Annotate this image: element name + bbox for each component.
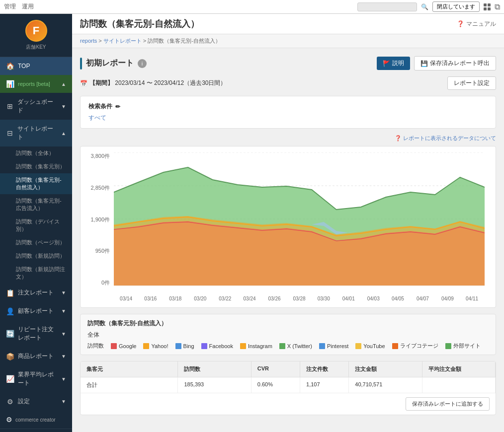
breadcrumb-sep2: > [143,38,148,44]
legend-color-instagram [240,343,246,349]
report-title-row: 初期レポート i [80,58,147,70]
sidebar-sub-visits-new[interactable]: 訪問数（新規訪問） [0,249,72,263]
x-label-0401: 04/01 [342,296,355,301]
sidebar-sub-visits-page[interactable]: 訪問数（ページ別） [0,236,72,249]
chart-container: 3,800件 2,850件 1,900件 950件 0件 [80,146,496,308]
sidebar-item-order-report[interactable]: 📋 注文レポート ▼ [0,284,72,302]
x-label-0320: 03/20 [194,296,206,301]
sidebar-customer-report-label: 顧客レポート [18,307,54,315]
sidebar-sub-visits-source[interactable]: 訪問数（集客元別） [0,160,72,173]
chevron-down-icon-customer: ▼ [61,308,66,314]
edit-icon[interactable]: ✏ [115,103,120,110]
explain-button[interactable]: 🚩 説明 [377,57,410,70]
sidebar-order-report-label: 注文レポート [18,288,54,297]
table-cell-source: 合計 [81,377,178,393]
legend-color-bing [175,343,181,349]
sidebar-sub-visits-device[interactable]: 訪問数（デバイス別） [0,215,72,236]
sidebar-logo-circle: F [25,20,47,42]
report-info-icon[interactable]: i [138,59,147,68]
chevron-down-icon-settings: ▼ [61,399,66,404]
data-note[interactable]: ❓ レポートに表示されるデータについて [80,135,496,142]
table-header-avg: 平均注文金額 [422,361,496,377]
chart-area [114,152,485,287]
legend-section-title: 訪問数（集客元別-自然流入） [87,319,489,328]
topbar-menu-manage[interactable]: 管理 [4,2,16,11]
chevron-down-icon-product: ▼ [61,354,66,359]
table-header-visits: 訪問数 [178,361,251,377]
sidebar-item-dashboard[interactable]: ⊞ ダッシュボード ▼ [0,93,72,120]
add-report-button[interactable]: 保存済みレポートに追加する [406,397,490,411]
sidebar-item-customer-report[interactable]: 👤 顧客レポート ▼ [0,302,72,320]
sidebar-sub-visits-organic[interactable]: 訪問数（集客元別-自然流入） [0,173,72,194]
legend-item-youtube: YouTube [355,343,385,349]
report-settings-button[interactable]: レポート設定 [447,76,496,90]
legend-item-livecotage: ライブコテージ [392,342,438,350]
breadcrumb-site-report[interactable]: サイトレポート [103,38,142,44]
x-label-0405: 04/05 [392,296,404,301]
legend-item-facebook: Facebook [201,343,233,349]
sidebar-item-repeat-report[interactable]: 🔄 リピート注文レポート ▼ [0,320,72,347]
report-title-bar [80,58,82,70]
save-report-button[interactable]: 💾 保存済みレポート呼出 [414,56,496,71]
legend-youtube-label: YouTube [363,343,385,349]
legend-color-facebook [201,343,207,349]
table-row: 合計 185,393 0.60% 1,107 40,710,571 [81,377,496,393]
sidebar-site-report-label: サイトレポート [17,125,57,142]
search-condition-value[interactable]: すべて [88,114,488,122]
chevron-down-icon-industry: ▼ [61,376,66,382]
sidebar-item-reports[interactable]: 📊 reports [beta] ▲ [0,75,72,93]
sidebar-item-settings[interactable]: ⚙ 設定 ▼ [0,392,72,411]
sidebar-sub-visits-ad[interactable]: 訪問数（集客元別-広告流入） [0,194,72,215]
report-title: 初期レポート [86,58,134,69]
sidebar-sub-visits-all[interactable]: 訪問数（全体） [0,146,72,160]
commerce-creator-label: commerce creator [15,417,56,423]
sidebar-item-industry-report[interactable]: 📈 業界平均レポート ▼ [0,365,72,392]
topbar-search-icon: 🔍 [421,3,428,10]
commerce-creator-icon: ⚙ [6,416,12,424]
sidebar-item-site-report[interactable]: ⊟ サイトレポート ▲ [0,120,72,146]
x-label-0330: 03/30 [318,296,330,301]
table-header-source: 集客元 [81,361,178,377]
table-header-amount: 注文金額 [349,361,422,377]
content-body: 初期レポート i 🚩 説明 💾 保存済みレポート呼出 � [72,48,504,423]
sidebar-top-label: TOP [18,63,30,70]
grid-icon[interactable] [484,3,491,10]
calendar-icon: 📅 [80,80,87,87]
table-cell-cvr: 0.60% [252,377,300,393]
y-label-0: 0件 [101,279,110,287]
explain-label: 説明 [392,59,404,68]
sidebar-commerce-creator[interactable]: ⚙ commerce creator [0,411,72,429]
reports-icon: 📊 [6,80,14,88]
period-label: 📅 【期間】 2023/03/14 〜 2023/04/12（過去30日間） [80,79,226,87]
flag-icon: 🚩 [383,60,390,67]
breadcrumb: reports > サイトレポート > 訪問数（集客元別-自然流入） [72,34,504,48]
sidebar-item-top[interactable]: 🏠 TOP [0,57,72,75]
sidebar-settings-bottom[interactable]: ⚙ 設定 [0,429,72,432]
period-label-text: 【期間】 [89,79,113,86]
store-status-button[interactable]: 閉店しています [432,1,480,12]
sidebar-sub-visits-new-order[interactable]: 訪問数（新規訪問注文） [0,263,72,284]
x-label-0318: 03/18 [169,296,181,301]
topbar-search-input[interactable] [357,2,417,11]
breadcrumb-reports[interactable]: reports [80,38,97,44]
report-header: 初期レポート i 🚩 説明 💾 保存済みレポート呼出 [80,56,496,71]
topbar-menu-operate[interactable]: 運用 [22,2,34,11]
legend-yahoo-label: Yahoo! [151,343,168,349]
sidebar-item-product-report[interactable]: 📦 商品レポート ▼ [0,347,72,365]
legend-color-youtube [355,343,361,349]
legend-all: 全体 [87,331,489,339]
chart-x-axis: 03/14 03/16 03/18 03/20 03/22 03/24 03/2… [114,287,485,301]
legend-color-yahoo [143,343,149,349]
legend-item-bing: Bing [175,343,194,349]
x-label-0324: 03/24 [244,296,256,301]
product-report-icon: 📦 [6,353,14,360]
manual-link[interactable]: ❓ マニュアル [457,20,496,28]
search-condition-box: 検索条件 ✏ すべて [80,96,496,129]
content-header: 訪問数（集客元別-自然流入） ❓ マニュアル [72,14,504,34]
chart-svg [114,152,485,287]
legend-facebook-label: Facebook [209,343,233,349]
table-cell-amount: 40,710,571 [349,377,422,393]
industry-report-icon: 📈 [6,375,14,383]
sidebar-repeat-report-label: リピート注文レポート [18,325,57,342]
table-cell-avg [422,377,496,393]
